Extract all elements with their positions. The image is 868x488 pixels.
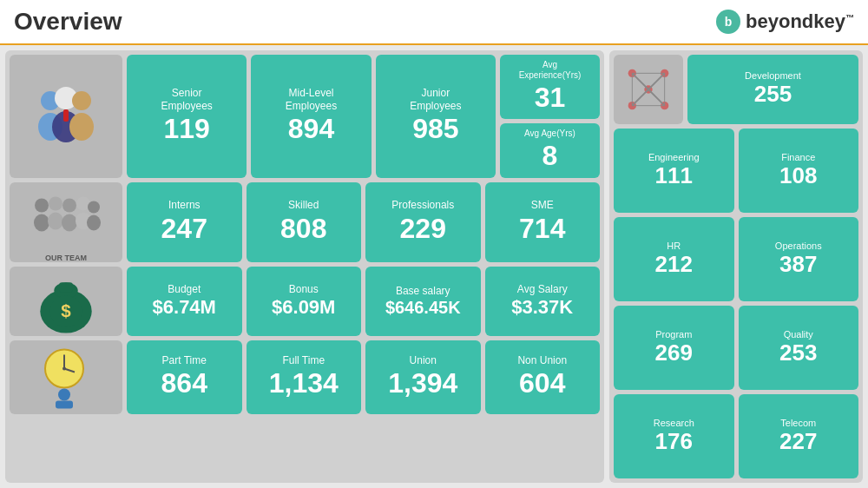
interns-card: Interns 247 [127,182,242,262]
quality-label: Quality [784,329,813,340]
time-icon-box [10,340,122,414]
avg-salary-label: Avg Salary [517,283,568,295]
non-union-label: Non Union [517,354,567,366]
right-panel: Development 255 Engineering 111 Finance … [609,50,863,483]
finance-label: Finance [781,152,815,162]
midlevel-employees-card: Mid-LevelEmployees 894 [251,55,371,178]
row-employment: Part Time 864 Full Time 1,134 Union 1,39… [10,340,600,414]
operations-value: 387 [779,251,817,278]
ourteam-icon [31,182,101,252]
development-card: Development 255 [687,55,858,124]
hr-value: 212 [655,251,693,278]
ourteam-icon-box: OUR TEAM [10,182,122,262]
left-panel: SeniorEmployees 119 Mid-LevelEmployees 8… [5,50,604,483]
svg-point-12 [62,214,77,231]
logo-tm: ™ [845,13,854,23]
non-union-value: 604 [519,366,565,399]
part-time-label: Part Time [162,354,207,366]
research-value: 176 [655,428,693,455]
research-card: Research 176 [614,394,734,478]
team-icon [31,82,101,151]
midlevel-label: Mid-LevelEmployees [286,87,337,112]
page-title: Overview [14,8,122,36]
senior-employees-card: SeniorEmployees 119 [127,55,247,178]
row-employees: SeniorEmployees 119 Mid-LevelEmployees 8… [10,55,600,178]
moneybag-icon: $ [31,267,101,336]
bonus-label: Bonus [289,283,319,295]
svg-line-33 [632,73,648,89]
operations-card: Operations 387 [739,217,859,301]
avg-experience-card: AvgExperience(Yrs) 31 [500,55,600,119]
union-label: Union [410,354,437,366]
svg-point-8 [34,214,49,231]
sme-card: SME 714 [485,182,601,262]
base-salary-card: Base salary $646.45K [365,267,481,336]
quality-value: 253 [779,340,817,366]
full-time-label: Full Time [282,354,325,366]
network-icon-box [614,55,683,124]
row-team: OUR TEAM Interns 247 Skilled 808 Profess… [10,182,600,262]
skilled-label: Skilled [288,199,319,211]
budget-label: Budget [168,283,201,295]
svg-line-35 [632,89,648,106]
engineering-label: Engineering [648,152,700,162]
engineering-value: 111 [655,162,693,189]
base-salary-label: Base salary [396,285,450,297]
interns-label: Interns [168,199,201,211]
operations-label: Operations [775,241,822,251]
row-salary: $ Budget $6.74M Bonus $6.09M Base salary… [10,267,600,336]
finance-card: Finance 108 [739,129,859,213]
svg-text:$: $ [61,300,71,320]
svg-rect-27 [56,401,73,409]
svg-rect-4 [63,109,69,122]
part-time-value: 864 [161,366,207,399]
svg-point-15 [88,201,100,213]
union-value: 1,394 [388,366,457,399]
avg-age-card: Avg Age(Yrs) 8 [500,123,600,177]
finance-value: 108 [779,162,817,189]
svg-line-34 [648,73,665,89]
development-label: Development [745,70,801,81]
non-union-card: Non Union 604 [485,340,601,414]
skilled-value: 808 [280,212,326,245]
senior-value: 119 [163,112,209,145]
svg-point-6 [69,113,94,141]
budget-value: $6.74M [153,296,216,319]
sme-label: SME [531,199,554,211]
engineering-card: Engineering 111 [614,129,734,213]
logo-icon: b [716,10,740,34]
svg-point-26 [58,389,70,401]
junior-value: 985 [412,112,458,145]
avg-salary-value: $3.37K [511,296,573,319]
svg-point-11 [62,198,76,212]
avg-exp-label: AvgExperience(Yrs) [519,60,582,81]
svg-point-9 [49,196,62,210]
avg-age-value: 8 [542,139,558,172]
junior-label: JuniorEmployees [410,87,461,112]
development-value: 255 [754,81,792,108]
network-icon [624,65,673,114]
ourteam-label: OUR TEAM [45,254,87,262]
part-time-card: Part Time 864 [127,340,242,414]
program-card: Program 269 [614,306,734,390]
research-label: Research [654,418,694,428]
telecom-label: Telecom [780,418,816,428]
telecom-card: Telecom 227 [739,394,859,478]
hr-label: HR [667,241,681,251]
departments-grid: Engineering 111 Finance 108 HR 212 Opera… [614,129,858,478]
midlevel-value: 894 [288,112,334,145]
full-time-card: Full Time 1,134 [247,340,362,414]
svg-point-16 [87,214,101,230]
main-content: SeniorEmployees 119 Mid-LevelEmployees 8… [0,45,868,488]
senior-label: SeniorEmployees [161,87,212,112]
skilled-card: Skilled 808 [247,182,362,262]
union-card: Union 1,394 [365,340,481,414]
full-time-value: 1,134 [269,366,339,399]
professionals-value: 229 [400,212,446,245]
header: Overview b beyondkey™ [0,0,868,45]
professionals-label: Professionals [391,199,454,211]
avg-age-label: Avg Age(Yrs) [524,129,575,139]
clock-person-icon [31,342,101,412]
budget-icon-box: $ [10,267,122,336]
svg-rect-19 [59,282,73,292]
